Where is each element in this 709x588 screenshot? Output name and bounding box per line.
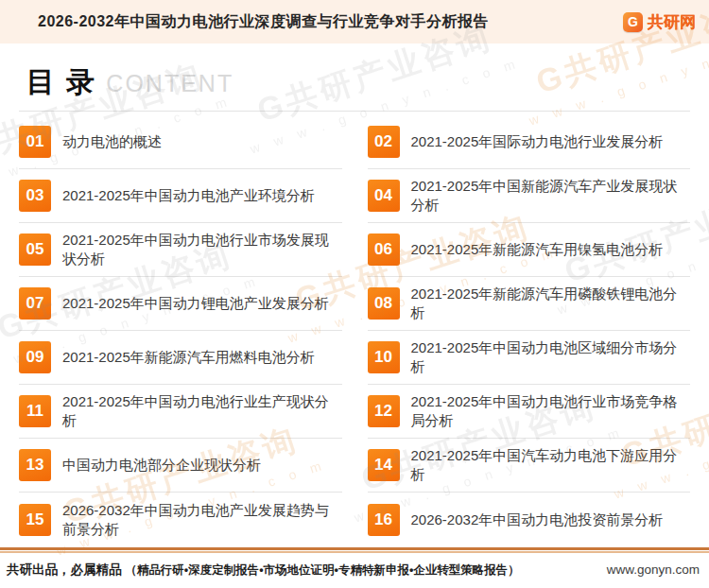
gonyn-logo-icon: G bbox=[623, 12, 643, 32]
toc-item-title: 2021-2025年中国动力锂电池产业发展分析 bbox=[62, 294, 329, 313]
toc-item-number: 15 bbox=[19, 504, 51, 536]
toc-item-number: 07 bbox=[19, 287, 51, 320]
page-title-cn: 目 录 bbox=[26, 63, 96, 102]
toc-item-number: 16 bbox=[368, 504, 400, 536]
footer-detail-text: （精品行研•深度定制报告•市场地位证明•专精特新申报•企业转型策略报告） bbox=[125, 563, 520, 577]
toc-grid: 01 动力电池的概述 03 2021-2025年中国动力电池产业环境分析 05 … bbox=[19, 115, 690, 546]
toc-item-15[interactable]: 15 2026-2032年中国动力电池产业发展趋势与前景分析 bbox=[19, 493, 342, 546]
toc-item-title: 2021-2025年中国动力电池产业环境分析 bbox=[62, 186, 315, 205]
toc-item-07[interactable]: 07 2021-2025年中国动力锂电池产业发展分析 bbox=[19, 277, 342, 331]
toc-item-number: 04 bbox=[368, 180, 400, 212]
toc-item-title: 2026-2032年中国动力电池产业发展趋势与前景分析 bbox=[62, 501, 338, 539]
toc-item-number: 13 bbox=[19, 449, 51, 481]
toc-item-14[interactable]: 14 2021-2025年中国汽车动力电池下游应用分析 bbox=[368, 439, 691, 493]
toc-item-number: 14 bbox=[368, 449, 400, 481]
toc-item-title: 2021-2025年中国动力电池行业市场竞争格局分析 bbox=[411, 392, 687, 430]
toc-item-02[interactable]: 02 2021-2025年国际动力电池行业发展分析 bbox=[368, 115, 691, 169]
footer-slogan: 共研出品，必属精品 （精品行研•深度定制报告•市场地位证明•专精特新申报•企业转… bbox=[7, 562, 520, 579]
toc-item-number: 10 bbox=[368, 341, 400, 373]
toc-item-11[interactable]: 11 2021-2025年中国动力电池行业生产现状分析 bbox=[19, 385, 342, 439]
gonyn-logo[interactable]: G 共研网 bbox=[623, 11, 696, 33]
toc-item-number: 06 bbox=[368, 233, 400, 266]
footer-brand-text: 共研出品，必属精品 bbox=[7, 562, 122, 577]
report-title: 2026-2032年中国动力电池行业深度调查与行业竞争对手分析报告 bbox=[38, 12, 489, 32]
toc-item-title: 2026-2032年中国动力电池投资前景分析 bbox=[411, 510, 664, 529]
toc-item-05[interactable]: 05 2021-2025年中国动力电池行业市场发展现状分析 bbox=[19, 223, 342, 277]
toc-item-number: 09 bbox=[19, 341, 51, 373]
toc-item-09[interactable]: 09 2021-2025年新能源汽车用燃料电池分析 bbox=[19, 331, 342, 385]
toc-item-number: 02 bbox=[368, 126, 400, 158]
toc-page: 目 录 CONTENT 01 动力电池的概述 03 2021-2025年中国动力… bbox=[0, 63, 709, 546]
toc-item-title: 2021-2025年中国汽车动力电池下游应用分析 bbox=[411, 446, 687, 484]
toc-item-10[interactable]: 10 2021-2025年中国动力电池区域细分市场分析 bbox=[368, 331, 691, 385]
footer-website-link[interactable]: www.gonyn.com bbox=[607, 562, 700, 577]
gonyn-logo-text: 共研网 bbox=[648, 11, 696, 33]
toc-column-left: 01 动力电池的概述 03 2021-2025年中国动力电池产业环境分析 05 … bbox=[19, 115, 342, 546]
toc-item-16[interactable]: 16 2026-2032年中国动力电池投资前景分析 bbox=[368, 493, 691, 546]
toc-item-number: 11 bbox=[19, 395, 51, 427]
toc-column-right: 02 2021-2025年国际动力电池行业发展分析 04 2021-2025年中… bbox=[368, 115, 691, 546]
page-heading: 目 录 CONTENT bbox=[26, 63, 690, 102]
toc-item-06[interactable]: 06 2021-2025年新能源汽车用镍氢电池分析 bbox=[368, 223, 691, 277]
footer-divider-thick bbox=[0, 547, 709, 550]
toc-item-number: 08 bbox=[368, 287, 400, 320]
report-header: 2026-2032年中国动力电池行业深度调查与行业竞争对手分析报告 G 共研网 bbox=[0, 0, 709, 43]
toc-item-01[interactable]: 01 动力电池的概述 bbox=[19, 115, 342, 169]
heading-divider bbox=[19, 111, 690, 112]
page-footer: 共研出品，必属精品 （精品行研•深度定制报告•市场地位证明•专精特新申报•企业转… bbox=[0, 547, 709, 588]
toc-item-title: 2021-2025年新能源汽车用燃料电池分析 bbox=[62, 348, 315, 367]
toc-item-number: 05 bbox=[19, 233, 51, 266]
toc-item-title: 2021-2025年新能源汽车用磷酸铁锂电池分析 bbox=[411, 285, 687, 322]
toc-item-13[interactable]: 13 中国动力电池部分企业现状分析 bbox=[19, 439, 342, 493]
toc-item-title: 2021-2025年中国动力电池行业生产现状分析 bbox=[62, 392, 338, 430]
toc-item-number: 01 bbox=[19, 126, 51, 158]
page-title-en: CONTENT bbox=[106, 70, 233, 97]
toc-item-number: 12 bbox=[368, 395, 400, 427]
toc-item-title: 2021-2025年中国动力电池区域细分市场分析 bbox=[411, 338, 687, 376]
toc-item-title: 中国动力电池部分企业现状分析 bbox=[62, 456, 261, 475]
toc-item-title: 2021-2025年中国新能源汽车产业发展现状分析 bbox=[411, 177, 687, 215]
toc-item-title: 动力电池的概述 bbox=[62, 132, 162, 151]
toc-item-12[interactable]: 12 2021-2025年中国动力电池行业市场竞争格局分析 bbox=[368, 385, 691, 439]
toc-item-08[interactable]: 08 2021-2025年新能源汽车用磷酸铁锂电池分析 bbox=[368, 277, 691, 331]
toc-item-title: 2021-2025年中国动力电池行业市场发展现状分析 bbox=[62, 231, 338, 268]
toc-item-04[interactable]: 04 2021-2025年中国新能源汽车产业发展现状分析 bbox=[368, 169, 691, 223]
toc-item-title: 2021-2025年国际动力电池行业发展分析 bbox=[411, 132, 664, 151]
toc-item-number: 03 bbox=[19, 180, 51, 212]
toc-item-title: 2021-2025年新能源汽车用镍氢电池分析 bbox=[411, 240, 664, 259]
toc-item-03[interactable]: 03 2021-2025年中国动力电池产业环境分析 bbox=[19, 169, 342, 223]
